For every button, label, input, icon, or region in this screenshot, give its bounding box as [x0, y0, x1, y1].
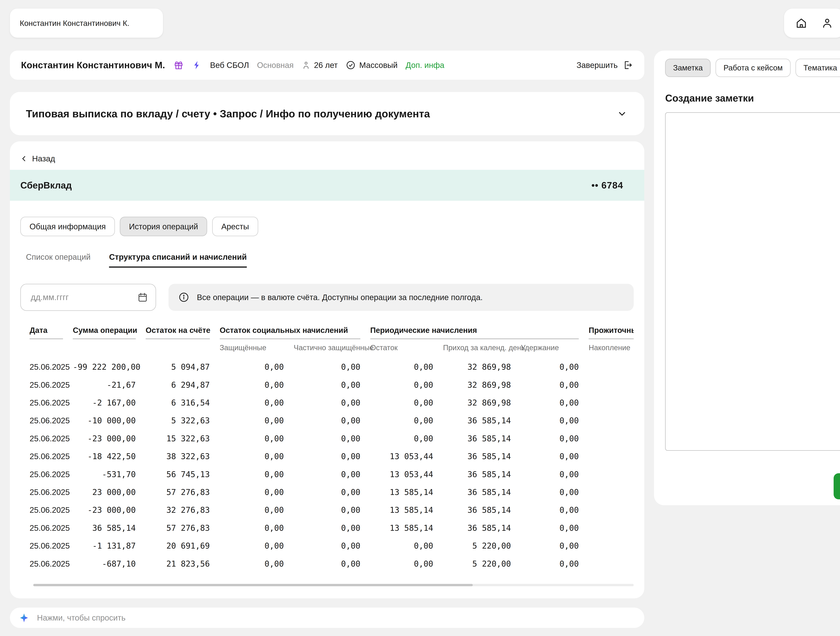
cell-value: 32 869,98: [443, 358, 521, 376]
gift-icon[interactable]: [173, 60, 184, 71]
cell-value: 0,00: [370, 412, 443, 430]
history-subtabs: Список операций Структура списаний и нач…: [26, 252, 644, 267]
client-name: Константин Константинович М.: [21, 60, 165, 70]
table-row: 25.06.2025-687,1021 823,560,000,000,005 …: [21, 555, 634, 573]
extra-info-link[interactable]: Доп. инфа: [406, 60, 444, 70]
cell-value: 38 322,63: [146, 448, 220, 465]
cell-value: 13 053,44: [370, 465, 443, 483]
cell-value: -2 167,00: [73, 394, 145, 411]
client-session-tab[interactable]: Константин Константинович К.: [10, 9, 163, 38]
cell-value: 23 000,00: [73, 483, 145, 501]
finish-button[interactable]: Завершить: [576, 60, 633, 70]
tab-general-info[interactable]: Общая информация: [21, 217, 115, 236]
chevron-down-icon: [616, 108, 628, 120]
cell-value: 0,00: [220, 501, 294, 519]
info-banner: Все операции — в валюте счёта. Доступны …: [169, 284, 634, 311]
info-icon: [178, 292, 189, 303]
cell-value: -99 222 200,00: [73, 358, 145, 376]
note-textarea[interactable]: [665, 112, 840, 451]
cell-value: 0,00: [521, 430, 589, 448]
table-row: 25.06.2025-2 167,006 316,540,000,000,003…: [21, 394, 634, 411]
cell-value: 0,00: [220, 358, 294, 376]
col-withholding: Удержание: [521, 339, 589, 358]
cell-date: 25.06.2025: [21, 358, 73, 376]
operations-table: Дата Сумма операции Остаток на счёте Ост…: [21, 326, 634, 573]
table-row: 25.06.2025-23 000,0032 276,830,000,0013 …: [21, 501, 634, 519]
case-title-bar[interactable]: Типовая выписка по вкладу / счету • Запр…: [10, 92, 644, 135]
client-session-tab-label: Константин Константинович К.: [20, 19, 129, 28]
cell-value: -531,70: [73, 465, 145, 483]
cell-value: 36 585,14: [443, 519, 521, 537]
subtab-operations-list[interactable]: Список операций: [26, 252, 90, 267]
cell-value: 5 220,00: [443, 537, 521, 555]
subtab-writeoffs-structure[interactable]: Структура списаний и начислений: [109, 252, 247, 267]
deposit-panel: Назад СберВклад •• 6784 Общая информация…: [10, 141, 644, 598]
cell-date: 25.06.2025: [21, 448, 73, 465]
cell-value: 36 585,14: [73, 519, 145, 537]
cell-value: 0,00: [294, 448, 370, 465]
col-protected: Защищённые: [220, 339, 294, 358]
date-input[interactable]: [30, 292, 137, 303]
date-filter[interactable]: [21, 284, 156, 311]
assistant-bar[interactable]: [10, 608, 644, 628]
expand-case-button[interactable]: [616, 108, 628, 120]
back-button[interactable]: Назад: [20, 152, 644, 165]
cell-value: 5 094,87: [146, 358, 220, 376]
finish-label: Завершить: [576, 60, 618, 70]
home-icon: [795, 17, 807, 29]
cell-value: 6 294,87: [146, 376, 220, 394]
cell-value: 57 276,83: [146, 519, 220, 537]
table-row: 25.06.202523 000,0057 276,830,000,0013 5…: [21, 483, 634, 501]
case-title: Типовая выписка по вкладу / счету • Запр…: [26, 108, 430, 120]
colgroup-social: Остаток социальных начислений: [220, 326, 370, 339]
cell-value: 0,00: [220, 430, 294, 448]
cell-value: 0,00: [294, 430, 370, 448]
segment-label: Массовый: [359, 60, 398, 70]
cell-value: 0,00: [294, 394, 370, 411]
save-button[interactable]: Сохранить: [834, 473, 840, 499]
cell-value: 0,00: [521, 501, 589, 519]
tab-operation-history[interactable]: История операций: [120, 217, 207, 236]
cell-value: 0,00: [294, 412, 370, 430]
calendar-icon[interactable]: [137, 292, 148, 303]
channel-label: Веб СБОЛ: [210, 60, 249, 70]
cell-date: 25.06.2025: [21, 412, 73, 430]
cell-value: 0,00: [220, 537, 294, 555]
lightning-icon[interactable]: [192, 60, 202, 70]
tab-note[interactable]: Заметка: [665, 59, 711, 77]
home-button[interactable]: [790, 12, 812, 34]
cell-value: 0,00: [370, 394, 443, 411]
profile-button[interactable]: [816, 12, 838, 34]
cell-value: 0,00: [220, 448, 294, 465]
cell-value: 0,00: [521, 376, 589, 394]
tab-arrests[interactable]: Аресты: [212, 217, 258, 236]
cell-value: 13 585,14: [370, 519, 443, 537]
table-row: 25.06.2025-99 222 200,005 094,870,000,00…: [21, 358, 634, 376]
cell-value: 13 585,14: [370, 501, 443, 519]
table-row: 25.06.2025-10 000,005 322,630,000,000,00…: [21, 412, 634, 430]
cell-value: 5 220,00: [443, 555, 521, 573]
cell-value: 36 585,14: [443, 501, 521, 519]
cell-value: -18 422,50: [73, 448, 145, 465]
cell-date: 25.06.2025: [21, 519, 73, 537]
assistant-input[interactable]: [36, 612, 636, 623]
cell-value: 0,00: [370, 358, 443, 376]
scrollbar-thumb[interactable]: [33, 584, 472, 586]
cell-value: 13 053,44: [370, 448, 443, 465]
cell-value: 0,00: [294, 376, 370, 394]
cell-value: 0,00: [294, 519, 370, 537]
table-row: 25.06.202536 585,1457 276,830,000,0013 5…: [21, 519, 634, 537]
cell-date: 25.06.2025: [21, 465, 73, 483]
cell-date: 25.06.2025: [21, 537, 73, 555]
tab-topic[interactable]: Тематика: [796, 59, 840, 77]
table-row: 25.06.2025-18 422,5038 322,630,000,0013 …: [21, 448, 634, 465]
cell-value: 0,00: [220, 465, 294, 483]
topbar-icon-group: [784, 9, 840, 38]
cell-value: 0,00: [521, 448, 589, 465]
cell-value: 0,00: [370, 537, 443, 555]
tab-case-work[interactable]: Работа с кейсом: [715, 59, 790, 77]
cell-value: 0,00: [521, 519, 589, 537]
account-mask: •• 6784: [591, 180, 623, 191]
check-circle-icon: [346, 60, 356, 70]
cell-value: 36 585,14: [443, 412, 521, 430]
